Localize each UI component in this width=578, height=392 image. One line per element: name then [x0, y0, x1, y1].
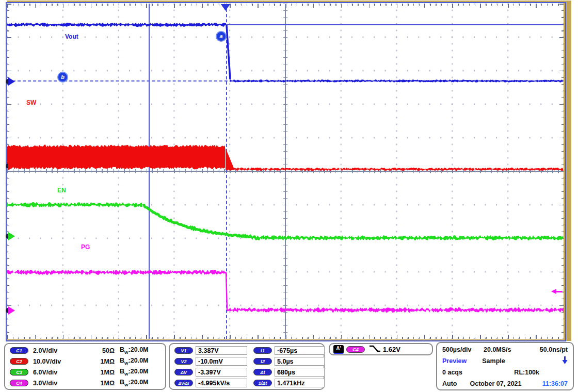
channel-reference-arrow-icon-c4[interactable] [6, 306, 17, 315]
readout-t2: t2 5.0µs [253, 356, 325, 367]
cursor-a-handle[interactable]: a [216, 31, 227, 42]
marker-arrow [8, 232, 15, 240]
channel-row-c2[interactable]: C2 10.0V/div 1MΩ BW:20.0M [5, 356, 165, 367]
readout-1dt: 1/Δt 1.471kHz [253, 378, 325, 388]
marker-arrow [8, 77, 15, 86]
window-frame-right [564, 1, 571, 341]
readout-dv: ΔV -3.397V [174, 367, 247, 378]
status-row: Auto October 07, 2021 11:36:07 [437, 378, 573, 389]
horizontal-acquisition-panel[interactable]: 500µs/div 20.0MS/s 50.0ns/pt Preview Sam… [436, 342, 574, 390]
channel-reference-arrow-icon-c1[interactable] [6, 77, 17, 86]
readout-v1: V1 3.387V [174, 345, 247, 356]
time-cursor-column: t1 -675µs t2 5.0µs Δt 680µs 1/Δt 1.471kH… [253, 345, 325, 388]
value-v2[interactable]: -10.0mV [196, 357, 247, 366]
channel-bandwidth: BW:20.0M [120, 368, 149, 377]
bw-w: W [124, 361, 129, 366]
bw-w: W [124, 350, 129, 355]
oscilloscope-screen: a b Vout SW EN PG C1 2.0V/div 50Ω [0, 0, 578, 392]
channel-scale: 6.0V/div [33, 369, 94, 376]
bw-w: W [124, 383, 129, 387]
channel-bandwidth: BW:20.0M [120, 346, 149, 355]
value-1dt[interactable]: 1.471kHz [275, 379, 325, 387]
badge-v1[interactable]: V1 [174, 347, 193, 354]
bw-b: B [120, 357, 124, 364]
acquisition-mode: Sample [482, 357, 505, 365]
badge-dt[interactable]: Δt [253, 369, 272, 375]
bw-b: B [120, 368, 124, 375]
badge-t1[interactable]: t1 [253, 347, 272, 354]
trigger-level-value: 1.62V [383, 346, 400, 353]
channel-settings-panel[interactable]: C1 2.0V/div 50Ω BW:20.0M C2 10.0V/div 1M… [4, 343, 166, 390]
voltage-cursor-column: V1 3.387V V2 -10.0mV ΔV -3.397V ΔV/Δt -4… [174, 345, 247, 388]
waveform-display[interactable]: a b Vout SW EN PG [7, 4, 564, 339]
channel-row-c4[interactable]: C4 3.0V/div 1MΩ BW:20.0M [5, 378, 165, 388]
sample-rate: 20.0MS/s [484, 346, 511, 353]
trace-label-sw: SW [26, 99, 36, 106]
bw-w: W [124, 372, 129, 377]
arrow-tail [556, 291, 563, 292]
badge-t2[interactable]: t2 [253, 358, 272, 365]
channel-reference-arrow-icon-c3[interactable] [6, 232, 17, 240]
value-dv[interactable]: -3.397V [196, 368, 247, 377]
badge-v2[interactable]: V2 [174, 358, 193, 365]
channel-row-c3[interactable]: C3 6.0V/div 1MΩ BW:20.0M [5, 367, 165, 378]
bw-value: :20.0M [129, 357, 149, 364]
channel-badge-c1[interactable]: C1 [10, 347, 28, 354]
timebase-row: 500µs/div 20.0MS/s 50.0ns/pt [437, 344, 573, 355]
channel-termination: 1MΩ [94, 358, 115, 365]
value-v1[interactable]: 3.387V [196, 346, 247, 355]
timebase-scale: 500µs/div [442, 346, 484, 353]
trigger-source-badge[interactable]: C4 [346, 346, 365, 353]
falling-edge-icon [368, 345, 381, 354]
value-dvdt[interactable]: -4.995kV/s [196, 379, 247, 387]
readout-dvdt: ΔV/Δt -4.995kV/s [174, 378, 247, 388]
channel-badge-c4[interactable]: C4 [10, 380, 28, 386]
marker-arrow [8, 162, 15, 170]
badge-dvdt[interactable]: ΔV/Δt [174, 380, 193, 386]
readout-bar: C1 2.0V/div 50Ω BW:20.0M C2 10.0V/div 1M… [0, 341, 578, 392]
readout-t1: t1 -675µs [253, 345, 325, 356]
value-t1[interactable]: -675µs [275, 346, 325, 355]
cursor-b-handle[interactable]: b [57, 72, 68, 83]
channel-badge-c3[interactable]: C3 [10, 369, 28, 375]
badge-dv[interactable]: ΔV [174, 369, 193, 375]
down-arrow-icon [562, 356, 568, 366]
cursor-readout-panel[interactable]: V1 3.387V V2 -10.0mV ΔV -3.397V ΔV/Δt -4… [169, 343, 325, 390]
acquisition-mode-row: Preview Sample [437, 355, 573, 367]
marker-arrow [8, 306, 15, 315]
bw-value: :20.0M [129, 368, 149, 375]
trace-label-vout: Vout [65, 33, 78, 40]
preview-label: Preview [442, 357, 467, 365]
trace-label-en: EN [57, 187, 66, 194]
trigger-mode-badge[interactable]: A' [333, 345, 344, 354]
acquisition-count: 0 acqs [442, 369, 462, 376]
channel-termination: 50Ω [94, 347, 115, 354]
trigger-position-marker-icon[interactable] [221, 4, 230, 11]
bw-value: :20.0M [129, 346, 149, 353]
channel-bandwidth: BW:20.0M [120, 357, 149, 366]
channel-scale: 3.0V/div [33, 380, 94, 387]
record-length: RL:100k [514, 369, 539, 376]
trigger-level-arrow-icon[interactable] [551, 289, 564, 294]
channel-badge-c2[interactable]: C2 [10, 358, 28, 365]
sample-resolution: 50.0ns/pt [540, 346, 568, 353]
bw-value: :20.0M [129, 379, 149, 386]
channel-reference-arrow-icon-c2[interactable] [6, 162, 17, 170]
channel-bandwidth: BW:20.0M [120, 379, 149, 387]
readout-dt: Δt 680µs [253, 367, 325, 378]
channel-termination: 1MΩ [94, 369, 115, 376]
date-label: October 07, 2021 [470, 380, 521, 387]
clock-label: 11:36:07 [542, 380, 568, 387]
trigger-readout-bar[interactable]: A' C4 1.62V [329, 343, 433, 355]
channel-row-c1[interactable]: C1 2.0V/div 50Ω BW:20.0M [5, 345, 165, 356]
bw-b: B [120, 379, 124, 386]
waveform-traces [7, 4, 564, 339]
channel-scale: 2.0V/div [33, 347, 94, 354]
channel-scale: 10.0V/div [33, 358, 94, 365]
value-t2[interactable]: 5.0µs [275, 357, 325, 366]
value-dt[interactable]: 680µs [275, 368, 325, 377]
channel-termination: 1MΩ [94, 380, 115, 387]
acquisition-count-row: 0 acqs RL:100k [437, 367, 573, 378]
badge-1dt[interactable]: 1/Δt [253, 380, 272, 386]
bw-b: B [120, 346, 124, 353]
